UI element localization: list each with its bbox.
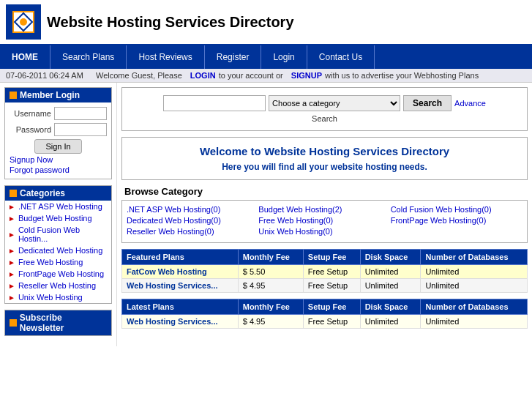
browse-link-dedicated[interactable]: Dedicated Web Hosting(0) bbox=[127, 216, 221, 225]
table-row: Web Hosting Services... $ 4.95 Free Setu… bbox=[122, 315, 528, 329]
latest-col-disk: Disk Space bbox=[360, 299, 421, 315]
advance-link[interactable]: Advance bbox=[454, 99, 486, 108]
login-link[interactable]: LOGIN bbox=[190, 71, 216, 80]
featured-col-setup: Setup Fee bbox=[303, 250, 360, 265]
featured-monthly-2: $ 4.95 bbox=[238, 279, 303, 293]
welcome-title: Welcome to Website Hosting Services Dire… bbox=[130, 145, 520, 157]
sign-in-button[interactable]: Sign In bbox=[34, 139, 81, 154]
search-row: Choose a category Search Advance bbox=[130, 95, 520, 111]
welcome-box: Welcome to Website Hosting Services Dire… bbox=[121, 137, 528, 180]
svg-point-2 bbox=[20, 18, 27, 26]
cat-arrow-icon: ► bbox=[8, 203, 15, 211]
cat-arrow-icon: ► bbox=[8, 231, 15, 239]
categories-section: Categories ►.NET ASP Web Hosting ►Budget… bbox=[4, 185, 112, 304]
cat-frontpage[interactable]: ►FrontPage Web Hosting bbox=[5, 268, 111, 280]
featured-db-1: Unlimited bbox=[421, 265, 528, 279]
status-datetime: 07-06-2011 06:24 AM bbox=[6, 71, 83, 80]
header-bullet bbox=[10, 92, 17, 99]
status-msg-before: Welcome Guest, Please bbox=[96, 71, 182, 80]
browse-row-3: Reseller Web Hosting(0) Unix Web Hosting… bbox=[127, 227, 522, 236]
username-label: Username bbox=[10, 109, 51, 118]
member-login-header: Member Login bbox=[5, 88, 111, 102]
featured-plans-table: Featured Plans Monthly Fee Setup Fee Dis… bbox=[121, 249, 528, 293]
browse-link-net-asp[interactable]: .NET ASP Web Hosting(0) bbox=[127, 205, 220, 214]
latest-setup-1: Free Setup bbox=[303, 315, 360, 329]
status-bar: 07-06-2011 06:24 AM Welcome Guest, Pleas… bbox=[0, 69, 532, 83]
forgot-password-link[interactable]: Forgot password bbox=[10, 165, 107, 174]
search-input[interactable] bbox=[163, 95, 266, 111]
password-row: Password bbox=[10, 123, 107, 136]
featured-monthly-1: $ 5.50 bbox=[238, 265, 303, 279]
password-input[interactable] bbox=[54, 123, 107, 136]
cat-arrow-icon: ► bbox=[8, 270, 15, 278]
username-row: Username bbox=[10, 107, 107, 120]
featured-db-2: Unlimited bbox=[421, 279, 528, 293]
cat-arrow-icon: ► bbox=[8, 247, 15, 255]
subscribe-header: Subscribe Newsletter bbox=[5, 310, 111, 335]
search-button[interactable]: Search bbox=[403, 95, 452, 111]
latest-link-1[interactable]: Web Hosting Services... bbox=[127, 317, 218, 326]
cat-arrow-icon: ► bbox=[8, 215, 15, 223]
browse-cell-budget: Budget Web Hosting(2) bbox=[258, 205, 390, 214]
featured-link-1[interactable]: FatCow Web Hosting bbox=[127, 267, 207, 276]
member-login-section: Member Login Username Password Sign In S… bbox=[4, 87, 112, 179]
browse-link-unix[interactable]: Unix Web Hosting(0) bbox=[258, 227, 332, 236]
cat-bullet bbox=[10, 190, 17, 197]
status-msg-mid: to your account or bbox=[219, 71, 283, 80]
browse-row-1: .NET ASP Web Hosting(0) Budget Web Hosti… bbox=[127, 205, 522, 214]
browse-cell-empty bbox=[391, 227, 522, 236]
cat-free[interactable]: ►Free Web Hosting bbox=[5, 256, 111, 268]
signup-now-link[interactable]: Signup Now bbox=[10, 155, 107, 164]
cat-arrow-icon: ► bbox=[8, 294, 15, 302]
welcome-subtitle: Here you will find all your website host… bbox=[130, 162, 520, 172]
search-box: Choose a category Search Advance Search bbox=[121, 87, 528, 131]
category-select[interactable]: Choose a category bbox=[269, 95, 400, 111]
featured-disk-1: Unlimited bbox=[360, 265, 421, 279]
signup-link[interactable]: SIGNUP bbox=[291, 71, 322, 80]
browse-grid: .NET ASP Web Hosting(0) Budget Web Hosti… bbox=[121, 200, 528, 243]
site-title: Website Hosting Services Directory bbox=[47, 14, 294, 31]
nav-search-plans[interactable]: Search Plans bbox=[50, 45, 127, 69]
cat-dedicated[interactable]: ►Dedicated Web Hosting bbox=[5, 245, 111, 256]
latest-col-monthly: Monthly Fee bbox=[238, 299, 303, 315]
nav-register[interactable]: Register bbox=[205, 45, 262, 69]
browse-link-free[interactable]: Free Web Hosting(0) bbox=[258, 216, 333, 225]
latest-plans-table: Latest Plans Monthly Fee Setup Fee Disk … bbox=[121, 299, 528, 329]
password-label: Password bbox=[10, 125, 51, 134]
browse-cell-frontpage: FrontPage Web Hosting(0) bbox=[391, 216, 522, 225]
main-content: Choose a category Search Advance Search … bbox=[117, 83, 532, 346]
latest-name-1: Web Hosting Services... bbox=[122, 315, 239, 329]
nav-home[interactable]: HOME bbox=[0, 45, 50, 69]
nav-contact-us[interactable]: Contact Us bbox=[307, 45, 375, 69]
browse-title: Browse Category bbox=[121, 186, 528, 197]
sub-bullet bbox=[10, 319, 17, 327]
nav-host-reviews[interactable]: Host Reviews bbox=[127, 45, 204, 69]
browse-link-frontpage[interactable]: FrontPage Web Hosting(0) bbox=[391, 216, 487, 225]
featured-link-2[interactable]: Web Hosting Services... bbox=[127, 281, 218, 290]
table-row: Web Hosting Services... $ 4.95 Free Setu… bbox=[122, 279, 528, 293]
cat-unix[interactable]: ►Unix Web Hosting bbox=[5, 291, 111, 303]
main-layout: Member Login Username Password Sign In S… bbox=[0, 83, 532, 346]
featured-name-1: FatCow Web Hosting bbox=[122, 265, 239, 279]
featured-disk-2: Unlimited bbox=[360, 279, 421, 293]
browse-link-cold-fusion[interactable]: Cold Fusion Web Hosting(0) bbox=[391, 205, 492, 214]
browse-cell-free: Free Web Hosting(0) bbox=[258, 216, 390, 225]
latest-monthly-1: $ 4.95 bbox=[238, 315, 303, 329]
main-nav: HOME Search Plans Host Reviews Register … bbox=[0, 45, 532, 69]
browse-link-budget[interactable]: Budget Web Hosting(2) bbox=[258, 205, 342, 214]
cat-cold-fusion[interactable]: ►Cold Fusion Web Hostin... bbox=[5, 224, 111, 245]
table-row: FatCow Web Hosting $ 5.50 Free Setup Unl… bbox=[122, 265, 528, 279]
cat-budget[interactable]: ►Budget Web Hosting bbox=[5, 212, 111, 224]
subscribe-section: Subscribe Newsletter bbox=[4, 310, 112, 336]
browse-cell-unix: Unix Web Hosting(0) bbox=[258, 227, 390, 236]
nav-login[interactable]: Login bbox=[261, 45, 307, 69]
featured-col-db: Number of Databases bbox=[421, 250, 528, 265]
featured-col-disk: Disk Space bbox=[360, 250, 421, 265]
browse-link-reseller[interactable]: Reseller Web Hosting(0) bbox=[127, 227, 214, 236]
member-login-body: Username Password Sign In Signup Now For… bbox=[5, 102, 111, 179]
username-input[interactable] bbox=[54, 107, 107, 120]
cat-reseller[interactable]: ►Reseller Web Hosting bbox=[5, 280, 111, 291]
featured-setup-2: Free Setup bbox=[303, 279, 360, 293]
page-header: Website Hosting Services Directory bbox=[0, 0, 532, 45]
cat-net-asp[interactable]: ►.NET ASP Web Hosting bbox=[5, 201, 111, 212]
